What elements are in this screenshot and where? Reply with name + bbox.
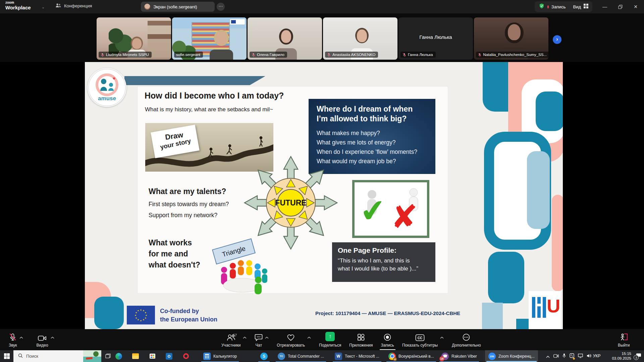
start-video-button[interactable]: Видео	[37, 333, 54, 348]
app-label: Калькулятор	[213, 354, 237, 359]
view-grid-icon[interactable]	[584, 4, 588, 10]
apps-icon	[357, 333, 365, 341]
svg-text:★: ★	[137, 318, 139, 321]
participant-name-pill: Liudmyla Mironets SSPU	[99, 52, 152, 58]
decor-shape	[536, 92, 563, 131]
participant-tile-active-speaker[interactable]: sofie.sergeant	[172, 17, 247, 60]
participant-tile[interactable]: Nataliia_Pavlushchenko_Sumy_SS...	[474, 17, 548, 60]
react-chevron-icon[interactable]	[307, 335, 311, 340]
participant-tile[interactable]: Олена Гаврило	[248, 17, 322, 60]
more-ellipsis-icon	[462, 333, 470, 341]
brand-chevron-down-icon[interactable]: ⌄	[42, 5, 45, 9]
taskbar-app-skype[interactable]: S	[257, 350, 271, 362]
tab-screen-share[interactable]: Экран (sofie.sergeant)	[141, 2, 215, 12]
opera-icon[interactable]	[182, 352, 190, 360]
start-button[interactable]	[0, 350, 13, 362]
tab-conference[interactable]: Конференция	[55, 3, 92, 9]
share-label: Поделиться	[319, 343, 341, 348]
check-x-image: ✔ ✘	[352, 180, 429, 238]
tray-expand-chevron-icon[interactable]	[546, 353, 550, 359]
tab-options-ellipsis-icon[interactable]: ⋯	[217, 3, 225, 11]
participant-tile[interactable]: Liudmyla Mironets SSPU	[97, 17, 171, 60]
taskbar-app-zoom-active[interactable]: zm Zoom Конференц...	[485, 350, 538, 362]
recording-dot-icon	[547, 5, 549, 8]
close-button[interactable]: ✕	[628, 0, 643, 13]
meeting-status-pill: Запись Вид	[535, 1, 592, 12]
taskbar-app-total-commander[interactable]: TC Total Commander ...	[274, 350, 327, 362]
task-view-button[interactable]	[103, 350, 113, 362]
notification-count-badge: 3	[634, 355, 639, 360]
edge-icon[interactable]	[115, 352, 123, 360]
security-shield-icon[interactable]	[539, 3, 545, 11]
participant-tile-no-video[interactable]: Ганна Люлька Ганна Люлька	[398, 17, 473, 60]
audio-options-chevron-icon[interactable]	[19, 335, 23, 340]
taskbar-search-box[interactable]: Поиск	[13, 350, 101, 362]
participant-name-pill: Олена Гаврило	[250, 52, 287, 58]
search-placeholder: Поиск	[26, 354, 38, 359]
chat-chevron-icon[interactable]	[265, 335, 269, 340]
talents-question1: First steps towards my dream?	[149, 201, 229, 208]
next-participants-arrow-button[interactable]: ›	[553, 35, 561, 44]
amuse-logo: amuse	[88, 68, 126, 107]
decor-shape	[527, 151, 550, 229]
tray-app-orange-dot-icon[interactable]	[570, 353, 574, 359]
decor-shape	[94, 297, 124, 329]
search-daily-image[interactable]	[83, 350, 101, 362]
language-indicator[interactable]: УКР	[593, 354, 601, 358]
viber-icon: ☎18	[441, 353, 449, 360]
taskbar-app-calculator[interactable]: Калькулятор	[200, 350, 240, 362]
leave-meeting-button[interactable]: Выйти	[618, 333, 630, 348]
chat-button[interactable]: Чат	[255, 333, 269, 348]
tray-display-icon[interactable]	[578, 353, 583, 359]
profile-quote-line1: “This is who I am, and this is	[338, 257, 430, 265]
apps-button[interactable]: Приложения	[349, 333, 373, 348]
svg-text:★: ★	[137, 309, 139, 312]
chat-label: Чат	[255, 343, 262, 348]
cc-icon: CC	[415, 333, 425, 341]
exit-door-icon	[620, 333, 628, 341]
heart-icon	[287, 333, 295, 341]
recording-label: Запись	[551, 4, 566, 9]
share-screen-button[interactable]: ↑ Поделиться	[319, 333, 341, 348]
microsoft-store-icon[interactable]	[148, 352, 156, 360]
taskbar-app-word[interactable]: W Текст - Microsoft ...	[331, 350, 383, 362]
total-commander-icon: TC	[278, 353, 285, 360]
future-label: FUTURE	[275, 198, 306, 207]
decor-shape	[552, 195, 563, 291]
captions-button[interactable]: CC Показать субтитры	[402, 333, 444, 348]
skype-icon: S	[260, 353, 268, 360]
taskbar-app-viber[interactable]: ☎18 Rakuten Viber	[438, 350, 480, 362]
tray-mic-icon[interactable]	[562, 353, 566, 359]
minimize-button[interactable]: —	[597, 0, 612, 13]
mic-off-icon	[327, 53, 331, 57]
participants-button[interactable]: 67 Участники	[221, 333, 247, 348]
participants-count-badge: 67	[233, 333, 237, 337]
video-strip: Liudmyla Mironets SSPU sofie.sergeant	[0, 13, 644, 62]
mute-audio-button[interactable]: Звук	[9, 333, 23, 348]
file-explorer-icon[interactable]	[131, 352, 140, 360]
participants-chevron-icon[interactable]	[243, 335, 247, 340]
record-button-active[interactable]: Запись	[381, 333, 394, 348]
audio-label: Звук	[9, 343, 17, 348]
view-label[interactable]: Вид	[573, 4, 581, 9]
outlook-icon[interactable]: O	[165, 352, 173, 360]
windows-logo-icon	[4, 353, 10, 359]
svg-text:★: ★	[145, 311, 147, 314]
participant-name-pill: Anastasiia AKSONENKO	[325, 52, 378, 58]
app-label: Текст - Microsoft ...	[345, 354, 379, 359]
react-button[interactable]: Отреагировать	[277, 333, 311, 348]
taskbar-clock[interactable]: 15:15 03.09.2025	[603, 352, 631, 361]
tray-volume-icon[interactable]	[587, 353, 592, 359]
more-button[interactable]: Дополнительно	[452, 333, 481, 348]
restore-button[interactable]	[612, 0, 628, 13]
profile-quote-line2: what I would like (to be able )...”	[338, 265, 430, 273]
taskbar-app-chrome[interactable]: л Всеукраїнський в...	[385, 350, 437, 362]
tray-camera-icon[interactable]	[553, 353, 559, 359]
participant-name-pill: Nataliia_Pavlushchenko_Sumy_SS...	[476, 52, 548, 58]
captions-chevron-icon[interactable]	[440, 335, 444, 340]
zoom-control-bar: Звук Видео 67 Участники	[0, 329, 644, 350]
video-options-chevron-icon[interactable]	[51, 335, 54, 340]
slide-question-title: How did I become who I am today?	[145, 91, 284, 101]
action-center-button[interactable]: 3	[634, 350, 643, 362]
participant-tile[interactable]: Anastasiia AKSONENKO	[323, 17, 397, 60]
